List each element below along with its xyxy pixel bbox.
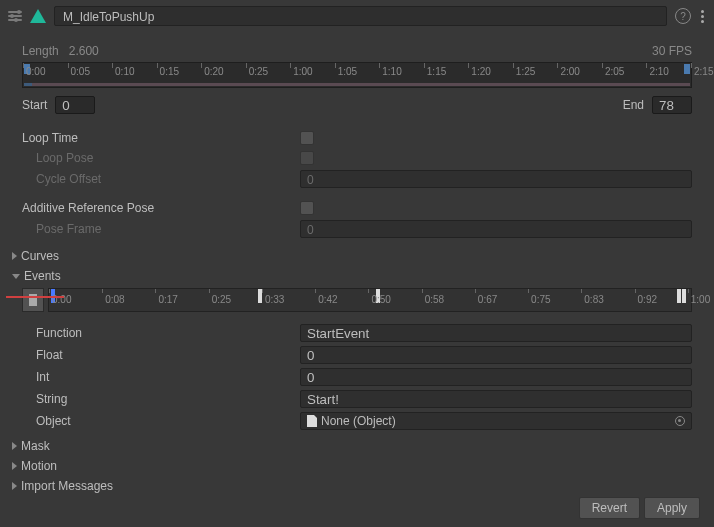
loop-time-label: Loop Time [22, 131, 300, 145]
events-tick-label: 0:33 [265, 294, 284, 305]
chevron-right-icon [12, 462, 17, 470]
events-tick-label: 0:50 [371, 294, 390, 305]
timeline-tick-label: 1:20 [471, 66, 490, 77]
import-messages-foldout[interactable]: Import Messages [12, 476, 692, 496]
string-field[interactable] [300, 390, 692, 408]
object-type-icon [307, 415, 317, 427]
inspector-icon [8, 11, 22, 21]
cycle-offset-label: Cycle Offset [22, 172, 300, 186]
events-tick-label: 0:08 [105, 294, 124, 305]
apply-button[interactable]: Apply [644, 497, 700, 519]
events-foldout[interactable]: Events [12, 266, 692, 286]
events-tick-label: 0:83 [584, 294, 603, 305]
add-event-button[interactable] [22, 288, 44, 312]
timeline-tick-label: 0:20 [204, 66, 223, 77]
context-menu-icon[interactable] [699, 8, 706, 25]
timeline-tick-label: 1:05 [338, 66, 357, 77]
mask-foldout[interactable]: Mask [12, 436, 692, 456]
timeline-tick-label: 0:05 [71, 66, 90, 77]
events-tick-label: 0:58 [425, 294, 444, 305]
asset-icon [30, 9, 46, 23]
timeline-tick-label: 2:15 [694, 66, 713, 77]
start-field[interactable] [55, 96, 95, 114]
events-tick-label: 0:75 [531, 294, 550, 305]
pose-frame-field: 0 [300, 220, 692, 238]
chevron-down-icon [12, 274, 20, 279]
range-end-handle[interactable] [684, 64, 690, 74]
timeline-tick-label: 2:10 [649, 66, 668, 77]
events-tick-label: 1:00 [691, 294, 710, 305]
event-marker[interactable] [682, 289, 686, 303]
float-label: Float [22, 348, 300, 362]
timeline-tick-label: 0:00 [26, 66, 45, 77]
revert-button[interactable]: Revert [579, 497, 640, 519]
help-icon[interactable]: ? [675, 8, 691, 24]
motion-foldout[interactable]: Motion [12, 456, 692, 476]
start-label: Start [22, 98, 47, 112]
length-label: Length 2.600 [22, 44, 99, 58]
timeline-tick-label: 0:10 [115, 66, 134, 77]
loop-pose-checkbox [300, 151, 314, 165]
timeline-tick-label: 0:15 [160, 66, 179, 77]
timeline-tick-label: 1:10 [382, 66, 401, 77]
additive-ref-checkbox[interactable] [300, 201, 314, 215]
timeline-tick-label: 1:00 [293, 66, 312, 77]
event-marker[interactable] [677, 289, 681, 303]
timeline-tick-label: 1:25 [516, 66, 535, 77]
loop-pose-label: Loop Pose [22, 151, 300, 165]
string-label: String [22, 392, 300, 406]
chevron-right-icon [12, 252, 17, 260]
events-track[interactable]: 0:000:080:170:250:330:420:500:580:670:75… [48, 288, 692, 312]
events-highlight [6, 296, 64, 298]
loop-time-checkbox[interactable] [300, 131, 314, 145]
int-field[interactable] [300, 368, 692, 386]
function-field[interactable] [300, 324, 692, 342]
timeline-tick-label: 2:00 [560, 66, 579, 77]
curves-foldout[interactable]: Curves [12, 246, 692, 266]
events-tick-label: 0:17 [158, 294, 177, 305]
events-tick-label: 0:42 [318, 294, 337, 305]
timeline-tick-label: 2:05 [605, 66, 624, 77]
events-tick-label: 0:25 [212, 294, 231, 305]
object-picker-icon[interactable] [675, 416, 685, 426]
end-label: End [623, 98, 644, 112]
int-label: Int [22, 370, 300, 384]
timeline-tick-label: 0:25 [249, 66, 268, 77]
pose-frame-label: Pose Frame [22, 222, 300, 236]
end-field[interactable] [652, 96, 692, 114]
function-label: Function [22, 326, 300, 340]
additive-ref-label: Additive Reference Pose [22, 201, 300, 215]
chevron-right-icon [12, 442, 17, 450]
events-tick-label: 0:67 [478, 294, 497, 305]
object-field[interactable]: None (Object) [300, 412, 692, 430]
clip-name-field[interactable]: M_IdleToPushUp [54, 6, 667, 26]
fps-label: 30 FPS [652, 44, 692, 58]
float-field[interactable] [300, 346, 692, 364]
events-tick-label: 0:92 [638, 294, 657, 305]
clip-range-timeline[interactable]: 0:000:050:100:150:200:251:001:051:101:15… [22, 62, 692, 88]
object-label: Object [22, 414, 300, 428]
chevron-right-icon [12, 482, 17, 490]
cycle-offset-field: 0 [300, 170, 692, 188]
timeline-tick-label: 1:15 [427, 66, 446, 77]
